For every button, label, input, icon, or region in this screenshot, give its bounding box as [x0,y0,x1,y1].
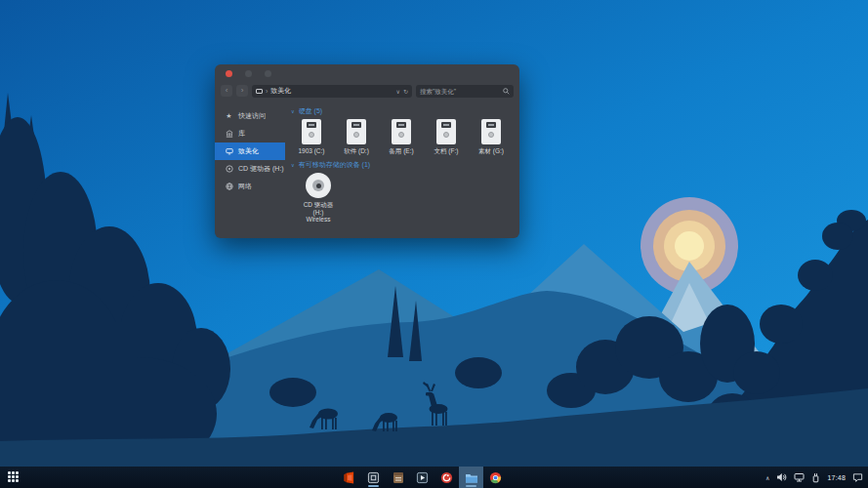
cd-drive-item[interactable]: CD 驱动器 (H:) Wireless [291,173,346,224]
taskbar-office-icon[interactable] [337,467,361,488]
drive-item-f[interactable]: 文档 (F:) [426,119,467,156]
address-bar[interactable]: › 致美化 ∨ ↻ [252,85,412,98]
sidebar-item-label: CD 驱动器 (H:) [238,164,284,174]
sidebar-item-label: 库 [238,129,245,139]
sidebar-item-label: 网络 [238,182,252,191]
cd-label-line: (H:) [304,209,334,217]
collapse-chevron-icon[interactable]: ∨ [291,108,295,114]
drive-item-c[interactable]: 1903 (C:) [291,119,332,156]
explorer-toolbar: ‹ › › 致美化 ∨ ↻ [215,82,519,100]
back-button[interactable]: ‹ [221,85,232,97]
monitor-icon [225,147,233,156]
sidebar-item-quick-access[interactable]: ★ 快速访问 [215,107,285,125]
section-header-drives[interactable]: ∨ 硬盘 (5) [291,106,519,116]
taskbar-photos-icon[interactable] [361,467,386,488]
drive-item-d[interactable]: 软件 (D:) [336,119,377,156]
network-icon[interactable] [794,472,805,482]
drive-item-e[interactable]: 备用 (E:) [381,119,422,156]
search-input[interactable] [420,88,501,95]
drive-label: 素材 (G:) [478,147,504,156]
library-icon [225,130,233,139]
sidebar-item-libraries[interactable]: 库 [215,125,285,142]
cd-label-line: CD 驱动器 [304,201,334,209]
usb-device-icon[interactable] [811,472,820,483]
hidden-icons-chevron-icon[interactable]: ∧ [765,474,769,481]
taskbar-file-explorer-icon[interactable] [459,467,483,488]
drive-label: 备用 (E:) [389,147,413,156]
system-tray: ∧ 17:48 [765,467,863,488]
action-center-icon[interactable] [852,472,863,483]
volume-icon[interactable] [776,472,787,482]
search-icon [503,88,510,95]
taskbar-video-app-icon[interactable] [410,467,434,488]
address-dropdown-icon[interactable]: ∨ [396,88,400,95]
drive-label: 文档 (F:) [434,147,459,156]
sidebar-item-current-folder[interactable]: 致美化 [215,142,285,160]
taskbar-notes-icon[interactable] [386,467,410,488]
window-titlebar[interactable] [215,64,519,82]
taskbar-apps [337,467,508,488]
cd-disc-icon [306,173,331,198]
section-title: 硬盘 (5) [299,106,323,116]
refresh-icon[interactable]: ↻ [403,88,408,95]
breadcrumb-separator: › [266,88,268,95]
network-globe-icon [225,183,233,191]
taskbar: ∧ 17:48 [0,467,868,488]
start-button[interactable] [8,471,20,483]
taskbar-netease-music-icon[interactable] [434,467,459,488]
collapse-chevron-icon[interactable]: ∨ [291,162,295,168]
hard-drive-icon [392,119,411,144]
star-icon: ★ [225,112,233,121]
breadcrumb-path[interactable]: 致美化 [270,86,291,96]
sidebar-item-label: 致美化 [238,146,259,156]
sidebar-item-network[interactable]: 网络 [215,178,285,195]
section-header-removable[interactable]: ∨ 有可移动存储的设备 (1) [291,160,519,170]
drive-item-g[interactable]: 素材 (G:) [471,119,512,156]
search-box[interactable] [416,85,514,98]
explorer-sidebar: ★ 快速访问 库 致美化 CD 驱动器 (H:) [215,100,285,238]
cd-icon [225,165,233,174]
drive-list: 1903 (C:) 软件 (D:) 备用 (E:) 文档 (F:) 素材 (G:… [291,119,519,156]
file-explorer-window: ‹ › › 致美化 ∨ ↻ ★ 快速访问 [215,64,519,238]
hard-drive-icon [302,119,321,144]
sidebar-item-cd-drive[interactable]: CD 驱动器 (H:) [215,160,285,178]
hard-drive-icon [481,119,501,144]
hard-drive-icon [436,119,456,144]
drive-label: 1903 (C:) [298,147,324,154]
this-pc-icon [256,89,263,94]
taskbar-chrome-icon[interactable] [483,467,508,488]
close-button[interactable] [226,70,232,77]
hard-drive-icon [347,119,366,144]
cd-label-line: Wireless [304,216,334,224]
minimize-button[interactable] [245,70,252,77]
section-title: 有可移动存储的设备 (1) [299,160,371,170]
sidebar-item-label: 快速访问 [238,111,266,121]
clock[interactable]: 17:48 [827,474,846,481]
explorer-content: ∨ 硬盘 (5) 1903 (C:) 软件 (D:) 备用 (E:) [285,100,519,238]
drive-label: 软件 (D:) [344,147,369,156]
forward-button[interactable]: › [236,85,248,97]
maximize-button[interactable] [265,70,271,77]
